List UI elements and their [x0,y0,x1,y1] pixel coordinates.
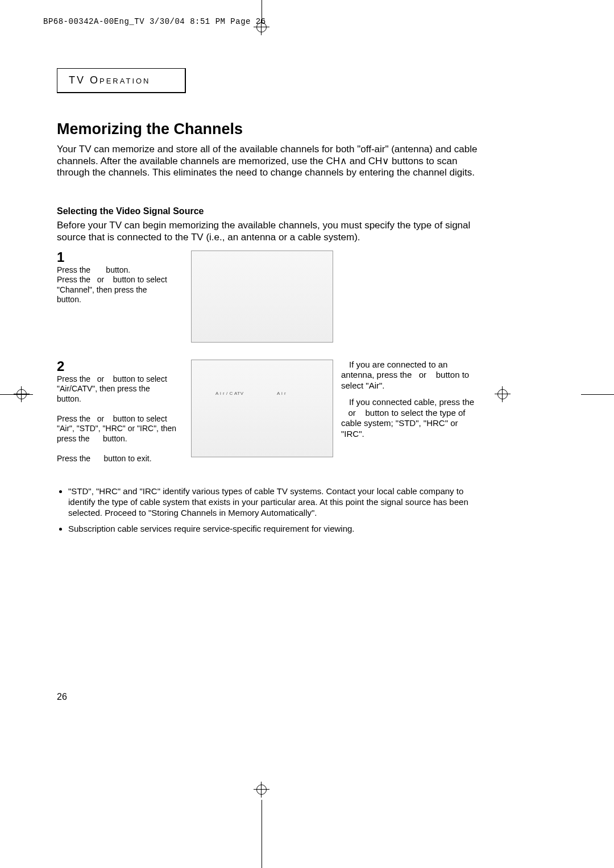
intro-paragraph: Your TV can memorize and store all of th… [57,144,489,179]
subheading-paragraph: Before your TV can begin memorizing the … [57,220,489,243]
step-text-block: 2 Press the or button to select "Air/CAT… [57,360,183,464]
steps-container: 1 Press the button. Press the or button … [57,251,489,464]
notes-list: "STD", "HRC" and "IRC" identify various … [57,486,489,535]
step-number: 2 [57,360,183,373]
osd-label-right: A i r [277,391,286,396]
content-area: TV Operation Memorizing the Channels You… [57,68,489,540]
registration-mark [14,386,30,402]
page-number: 26 [57,692,67,702]
header-stamp: BP68-00342A-00Eng_TV 3/30/04 8:51 PM Pag… [43,17,266,26]
section-label: TV Operation [69,74,151,86]
page-title: Memorizing the Channels [57,120,489,138]
registration-mark [254,782,269,798]
crop-line [262,800,262,868]
section-label-box: TV Operation [57,68,186,93]
step-row-2: 2 Press the or button to select "Air/CAT… [57,360,489,464]
step-text: Press the button. Press the or button to… [57,265,183,305]
step-row-1: 1 Press the button. Press the or button … [57,251,489,343]
step-text-block: 1 Press the button. Press the or button … [57,251,183,305]
step-number: 1 [57,251,183,264]
subheading: Selecting the Video Signal Source [57,206,489,216]
side-note: If you are connected to an antenna, pres… [341,360,478,445]
step-text: Press the or button to select "Air/CATV"… [57,374,183,464]
side-note-p1: If you are connected to an antenna, pres… [341,360,478,391]
osd-label-left: A i r / C ATV [215,391,243,396]
page: BP68-00342A-00Eng_TV 3/30/04 8:51 PM Pag… [0,0,614,868]
note-item: "STD", "HRC" and "IRC" identify various … [68,486,489,518]
side-note-p2: If you connected cable, press the or but… [341,397,478,440]
crop-line [581,394,614,395]
screenshot-placeholder: A i r / C ATV A i r [191,360,333,457]
registration-mark [495,386,511,402]
screenshot-placeholder [191,251,333,343]
note-item: Subscription cable services require serv… [68,524,489,535]
